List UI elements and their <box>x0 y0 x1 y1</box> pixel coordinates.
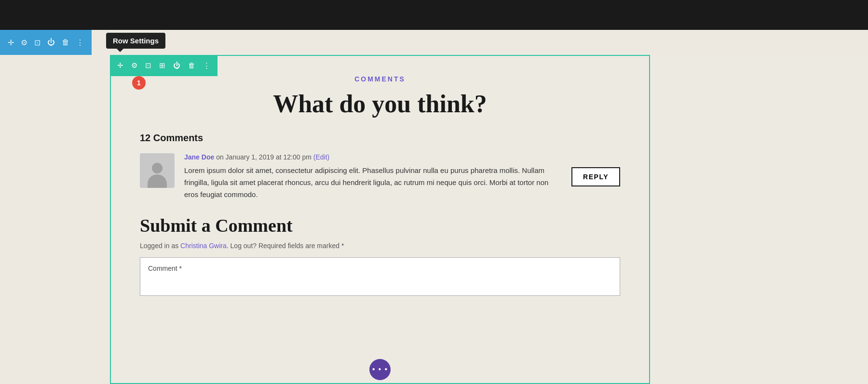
inner-delete-icon[interactable]: 🗑 <box>186 60 198 71</box>
logged-in-user[interactable]: Christina Gwira <box>180 242 227 250</box>
comment-date: on January 1, 2019 at 12:00 pm <box>214 153 313 161</box>
tooltip: Row Settings <box>106 33 165 49</box>
row-toolbar[interactable]: ✛ ⚙ ⊡ ⏻ 🗑 ⋮ <box>0 30 92 55</box>
inner-toolbar[interactable]: ✛ ⚙ ⊡ ⊞ ⏻ 🗑 ⋮ <box>110 55 217 76</box>
settings-icon[interactable]: ⚙ <box>19 36 29 49</box>
top-bar <box>0 0 868 30</box>
comment-meta: Jane Doe on January 1, 2019 at 12:00 pm … <box>184 153 562 161</box>
submit-section: Submit a Comment Logged in as Christina … <box>111 215 649 296</box>
avatar-body <box>148 174 167 188</box>
comment-text: Lorem ipsum dolor sit amet, consectetur … <box>184 165 551 200</box>
avatar <box>140 153 175 188</box>
inner-settings-icon[interactable]: ⚙ <box>129 60 140 71</box>
comment-item: Jane Doe on January 1, 2019 at 12:00 pm … <box>140 153 620 200</box>
comment-input-wrapper[interactable]: Comment * <box>140 257 620 296</box>
logged-in-suffix: . Log out? <box>227 242 257 250</box>
content-area: ✛ ⚙ ⊡ ⊞ ⏻ 🗑 ⋮ 1 COMMENTS What do you thi… <box>110 55 650 384</box>
dots-icon: • • • <box>372 365 388 375</box>
move-icon[interactable]: ✛ <box>6 36 16 49</box>
logged-in-prefix: Logged in as <box>140 242 180 250</box>
more-icon[interactable]: ⋮ <box>74 36 86 49</box>
logged-in-text: Logged in as Christina Gwira. Log out? R… <box>140 242 620 250</box>
avatar-figure <box>148 163 167 188</box>
inner-more-icon[interactable]: ⋮ <box>201 60 213 71</box>
section-label: COMMENTS <box>140 75 620 83</box>
comments-section: COMMENTS What do you think? 12 Comments … <box>111 56 649 200</box>
inner-power-icon[interactable]: ⏻ <box>171 60 183 71</box>
required-text: Required fields are marked * <box>257 242 344 250</box>
bottom-dots-button[interactable]: • • • <box>369 359 391 380</box>
power-icon[interactable]: ⏻ <box>45 36 57 49</box>
main-heading: What do you think? <box>140 90 620 118</box>
comment-edit[interactable]: (Edit) <box>313 153 329 161</box>
comments-count: 12 Comments <box>140 132 620 144</box>
commenter-name: Jane Doe <box>184 153 214 161</box>
inner-columns-icon[interactable]: ⊞ <box>157 60 168 71</box>
delete-icon[interactable]: 🗑 <box>60 36 71 49</box>
submit-heading: Submit a Comment <box>140 215 620 236</box>
right-panel <box>650 55 868 384</box>
comment-content: Jane Doe on January 1, 2019 at 12:00 pm … <box>184 153 562 200</box>
inner-move-icon[interactable]: ✛ <box>115 60 126 71</box>
section-badge: 1 <box>132 76 146 90</box>
duplicate-icon[interactable]: ⊡ <box>32 36 42 49</box>
avatar-head <box>152 163 163 173</box>
reply-button[interactable]: REPLY <box>571 167 620 186</box>
comment-input-label: Comment * <box>148 265 182 272</box>
inner-duplicate-icon[interactable]: ⊡ <box>143 60 154 71</box>
